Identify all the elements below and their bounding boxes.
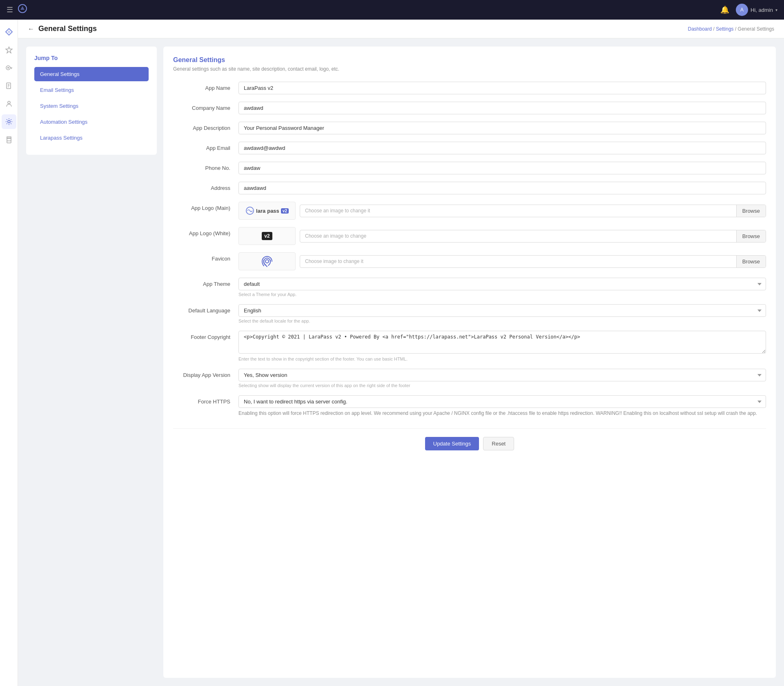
sidebar-icon-print[interactable] bbox=[2, 132, 16, 147]
favicon-preview bbox=[238, 252, 296, 270]
update-settings-button[interactable]: Update Settings bbox=[425, 437, 479, 450]
reset-button[interactable]: Reset bbox=[483, 437, 514, 450]
app-theme-hint: Select a Theme for your App. bbox=[238, 292, 766, 297]
app-theme-control: default Select a Theme for your App. bbox=[238, 278, 766, 297]
bell-icon[interactable]: 🔔 bbox=[720, 5, 729, 14]
app-logo-main-upload-row: larapassv2 Choose an image to change it … bbox=[238, 202, 766, 220]
app-email-input[interactable] bbox=[238, 142, 766, 154]
svg-marker-4 bbox=[6, 47, 12, 53]
form-row-app-description: App Description bbox=[173, 122, 766, 134]
logo-white-v2-icon: v2 bbox=[262, 232, 272, 240]
force-https-select[interactable]: No, I want to redirect https via server … bbox=[238, 395, 766, 408]
form-row-phone-no: Phone No. bbox=[173, 162, 766, 174]
page-header: ← General Settings Dashboard / Settings … bbox=[18, 20, 784, 38]
user-avatar: A bbox=[736, 4, 748, 16]
favicon-browse-button[interactable]: Browse bbox=[736, 256, 766, 267]
app-theme-label: App Theme bbox=[173, 278, 238, 287]
app-description-label: App Description bbox=[173, 122, 238, 131]
svg-marker-1 bbox=[20, 6, 24, 10]
footer-copyright-label: Footer Copyright bbox=[173, 331, 238, 340]
breadcrumb-current: General Settings bbox=[738, 26, 774, 32]
app-logo-main-file-wrapper: Choose an image to change it Browse bbox=[300, 205, 766, 217]
page-header-left: ← General Settings bbox=[28, 24, 97, 33]
sidebar bbox=[0, 20, 18, 686]
content-area: Jump To General Settings Email Settings … bbox=[18, 38, 784, 686]
form-row-force-https: Force HTTPS No, I want to redirect https… bbox=[173, 395, 766, 417]
breadcrumb: Dashboard / Settings / General Settings bbox=[688, 26, 775, 32]
display-app-version-select[interactable]: Yes, Show version No, Hide version bbox=[238, 369, 766, 381]
hamburger-icon[interactable]: ☰ bbox=[7, 5, 13, 14]
footer-copyright-textarea[interactable]: <p>Copyright © 2021 | LaraPass v2 • Powe… bbox=[238, 331, 766, 354]
app-logo-white-preview: v2 bbox=[238, 227, 296, 245]
breadcrumb-dashboard[interactable]: Dashboard bbox=[688, 26, 712, 32]
sidebar-icon-star[interactable] bbox=[2, 42, 16, 57]
app-logo-white-label: App Logo (White) bbox=[173, 227, 238, 236]
svg-rect-15 bbox=[7, 141, 11, 143]
address-input[interactable] bbox=[238, 182, 766, 194]
svg-rect-16 bbox=[7, 137, 11, 138]
default-language-select[interactable]: English bbox=[238, 304, 766, 317]
company-name-input[interactable] bbox=[238, 102, 766, 114]
user-greeting-label: Hi, admin bbox=[751, 7, 773, 13]
topnav-left: ☰ bbox=[7, 4, 27, 16]
user-menu[interactable]: A Hi, admin ▾ bbox=[736, 4, 777, 16]
phone-no-label: Phone No. bbox=[173, 162, 238, 171]
force-https-label: Force HTTPS bbox=[173, 395, 238, 405]
address-label: Address bbox=[173, 182, 238, 191]
form-row-app-email: App Email bbox=[173, 142, 766, 154]
favicon-upload-row: Choose image to change it Browse bbox=[238, 252, 766, 270]
back-button[interactable]: ← bbox=[28, 25, 34, 33]
favicon-placeholder: Choose image to change it bbox=[300, 256, 736, 267]
favicon-file-wrapper: Choose image to change it Browse bbox=[300, 255, 766, 268]
sidebar-icon-gear[interactable] bbox=[2, 114, 16, 129]
app-logo-main-label: App Logo (Main) bbox=[173, 202, 238, 211]
page-title: General Settings bbox=[38, 24, 97, 33]
app-email-control bbox=[238, 142, 766, 154]
display-app-version-control: Yes, Show version No, Hide version Selec… bbox=[238, 369, 766, 388]
footer-copyright-control: <p>Copyright © 2021 | LaraPass v2 • Powe… bbox=[238, 331, 766, 361]
default-language-label: Default Language bbox=[173, 304, 238, 314]
section-desc: General settings such as site name, site… bbox=[173, 66, 766, 72]
topnav-right: 🔔 A Hi, admin ▾ bbox=[720, 4, 777, 16]
force-https-control: No, I want to redirect https via server … bbox=[238, 395, 766, 417]
favicon-label: Favicon bbox=[173, 252, 238, 262]
nav-item-larapass-settings[interactable]: Larapass Settings bbox=[34, 131, 149, 145]
nav-item-automation-settings[interactable]: Automation Settings bbox=[34, 115, 149, 129]
form-row-address: Address bbox=[173, 182, 766, 194]
chevron-down-icon: ▾ bbox=[775, 8, 777, 12]
sidebar-icon-diamond[interactable] bbox=[2, 24, 16, 39]
app-logo-main-control: larapassv2 Choose an image to change it … bbox=[238, 202, 766, 220]
svg-point-8 bbox=[7, 67, 9, 69]
favicon-control: Choose image to change it Browse bbox=[238, 252, 766, 270]
fingerprint-icon bbox=[260, 254, 274, 269]
app-logo-main-preview: larapassv2 bbox=[238, 202, 296, 220]
breadcrumb-settings[interactable]: Settings bbox=[716, 26, 733, 32]
app-description-input[interactable] bbox=[238, 122, 766, 134]
sidebar-icon-key[interactable] bbox=[2, 60, 16, 75]
app-logo-white-placeholder: Choose an image to change bbox=[300, 230, 736, 242]
svg-marker-3 bbox=[7, 30, 11, 33]
phone-no-control bbox=[238, 162, 766, 174]
nav-item-system-settings[interactable]: System Settings bbox=[34, 99, 149, 113]
app-name-input[interactable] bbox=[238, 82, 766, 94]
app-logo-main-browse-button[interactable]: Browse bbox=[736, 205, 766, 217]
app-logo-icon bbox=[18, 4, 27, 16]
app-theme-select[interactable]: default bbox=[238, 278, 766, 290]
app-description-control bbox=[238, 122, 766, 134]
form-row-app-name: App Name bbox=[173, 82, 766, 94]
sidebar-icon-file[interactable] bbox=[2, 78, 16, 93]
form-row-app-logo-main: App Logo (Main) larapassv2 Choose an ima… bbox=[173, 202, 766, 220]
nav-item-email-settings[interactable]: Email Settings bbox=[34, 83, 149, 97]
left-nav: Jump To General Settings Email Settings … bbox=[26, 47, 157, 155]
nav-item-general-settings[interactable]: General Settings bbox=[34, 67, 149, 81]
form-row-app-theme: App Theme default Select a Theme for you… bbox=[173, 278, 766, 297]
sidebar-icon-users[interactable] bbox=[2, 96, 16, 111]
default-language-control: English Select the default locale for th… bbox=[238, 304, 766, 323]
svg-point-13 bbox=[8, 101, 10, 104]
main-wrapper: ← General Settings Dashboard / Settings … bbox=[18, 20, 784, 686]
phone-no-input[interactable] bbox=[238, 162, 766, 174]
app-name-control bbox=[238, 82, 766, 94]
app-logo-white-browse-button[interactable]: Browse bbox=[736, 230, 766, 242]
form-row-default-language: Default Language English Select the defa… bbox=[173, 304, 766, 323]
app-logo-white-upload-row: v2 Choose an image to change Browse bbox=[238, 227, 766, 245]
